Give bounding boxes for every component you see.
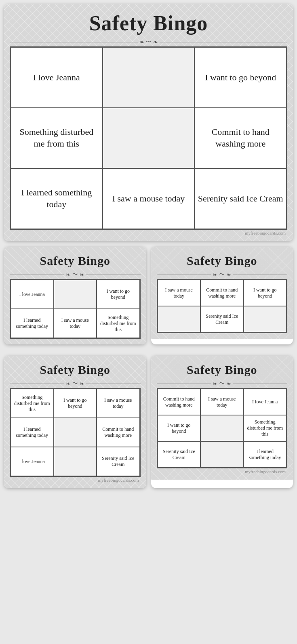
- line-r: [86, 275, 141, 275]
- cell-3: Something disturbed me from this: [11, 108, 103, 168]
- sbl-cell-6: I love Jeanna: [11, 447, 54, 476]
- small-card-top-left: Safety Bingo ❧ 〜 ❧ I love Jeanna I want …: [4, 247, 146, 344]
- cell-8: Serenity said Ice Cream: [194, 168, 286, 229]
- sbr-c1: I saw a mouse today: [203, 396, 241, 408]
- sbr-cell-8: I learned something today: [244, 441, 287, 468]
- str-cell-3: [158, 306, 201, 332]
- str-cell-5: [244, 306, 287, 332]
- cell-7: I saw a mouse today: [103, 168, 195, 229]
- orn1: ❧: [66, 271, 71, 278]
- small-bl-watermark: myfreebingocards.com: [10, 477, 141, 482]
- orn11: 〜: [219, 380, 225, 387]
- orn9: ❧: [80, 380, 84, 387]
- sbr-c5: Something disturbed me from this: [246, 419, 284, 437]
- line-l4: [157, 384, 211, 384]
- cell-0: I love Jeanna: [11, 47, 103, 108]
- sbr-cell-7: [200, 441, 244, 468]
- line-r4: [233, 384, 287, 384]
- main-title-area: Safety Bingo: [10, 7, 287, 38]
- sbl-c8: Serenity said Ice Cream: [99, 455, 137, 468]
- str-cell-0: I saw a mouse today: [158, 280, 201, 306]
- stl-cell-3: I learned something today: [11, 309, 54, 338]
- small-tl-scroll: ❧ 〜 ❧: [10, 271, 141, 278]
- small-cards-bottom-row: Safety Bingo ❧ 〜 ❧ Something disturbed m…: [4, 356, 293, 494]
- sbl-cell-1: I want to go beyond: [54, 389, 97, 418]
- orn3: ❧: [80, 271, 84, 278]
- stl-c0: I love Jeanna: [19, 292, 45, 298]
- line-left: [10, 42, 138, 42]
- cell-5: Commit to hand washing more: [194, 108, 286, 168]
- small-tr-grid: I saw a mouse today Commit to hand washi…: [157, 279, 288, 333]
- stl-cell-2: I want to go beyond: [97, 280, 140, 309]
- scroll-ornament-center: 〜: [146, 38, 152, 46]
- sbr-cell-2: I love Jeanna: [244, 389, 287, 415]
- small-tl-title-area: Safety Bingo: [10, 250, 141, 270]
- cell-6-text: I learned something today: [13, 187, 100, 210]
- small-bl-scroll: ❧ 〜 ❧: [10, 380, 141, 387]
- str-cell-2: I want to go beyond: [244, 280, 287, 306]
- small-bl-title: Safety Bingo: [10, 363, 141, 377]
- str-c1: Commit to hand washing more: [203, 287, 241, 299]
- small-tr-title: Safety Bingo: [157, 254, 288, 268]
- str-c0: I saw a mouse today: [160, 287, 198, 299]
- main-bingo-grid: I love Jeanna I want to go beyond Someth…: [10, 46, 287, 230]
- sbl-cell-4: [54, 418, 97, 447]
- sbr-cell-0: Commit to hand washing more: [158, 389, 201, 415]
- small-br-watermark: myfreebingocards.com: [157, 468, 288, 474]
- line-l3: [10, 384, 64, 384]
- line-l: [10, 275, 64, 275]
- sbr-cell-3: I want to go beyond: [158, 415, 201, 441]
- main-card-title: Safety Bingo: [10, 11, 287, 35]
- sbl-c3: I learned something today: [13, 426, 51, 438]
- sbl-cell-2: I saw a mouse today: [97, 389, 140, 418]
- sbl-cell-3: I learned something today: [11, 418, 54, 447]
- orn5: 〜: [219, 271, 225, 278]
- cell-2-text: I want to go beyond: [205, 72, 276, 84]
- sbl-cell-5: Commit to hand washing more: [97, 418, 140, 447]
- stl-cell-4: I saw a mouse today: [54, 309, 97, 338]
- stl-cell-5: Something disturbed me from this: [97, 309, 140, 338]
- cell-7-text: I saw a mouse today: [112, 193, 185, 205]
- str-cell-4: Serenity said Ice Cream: [200, 306, 244, 332]
- sbl-cell-0: Something disturbed me from this: [11, 389, 54, 418]
- stl-cell-0: I love Jeanna: [11, 280, 54, 309]
- small-tl-title: Safety Bingo: [10, 254, 141, 268]
- orn6: ❧: [226, 271, 231, 278]
- line-right: [160, 42, 288, 42]
- str-c4: Serenity said Ice Cream: [203, 313, 241, 325]
- sbr-cell-5: Something disturbed me from this: [244, 415, 287, 441]
- scroll-ornament-left: ❧: [139, 39, 144, 46]
- cell-5-text: Commit to hand washing more: [197, 126, 284, 149]
- sbl-c5: Commit to hand washing more: [99, 426, 137, 438]
- sbr-c8: I learned something today: [246, 449, 284, 461]
- cell-0-text: I love Jeanna: [33, 72, 80, 84]
- line-r3: [86, 384, 141, 384]
- small-card-bot-right: Safety Bingo ❧ 〜 ❧ Commit to hand washin…: [151, 356, 293, 488]
- cell-4: [103, 108, 195, 168]
- orn7: ❧: [66, 380, 71, 387]
- small-tr-title-area: Safety Bingo: [157, 250, 288, 270]
- sbl-c2: I saw a mouse today: [99, 397, 137, 409]
- main-bingo-card: Safety Bingo ❧ 〜 ❧ I love Jeanna I want …: [4, 4, 293, 241]
- orn2: 〜: [72, 271, 78, 278]
- small-tr-scroll: ❧ 〜 ❧: [157, 271, 288, 278]
- sbr-c0: Commit to hand washing more: [160, 396, 198, 408]
- sbl-cell-7: [54, 447, 97, 476]
- str-c2: I want to go beyond: [246, 287, 284, 299]
- str-cell-1: Commit to hand washing more: [200, 280, 244, 306]
- sbr-cell-4: [200, 415, 244, 441]
- orn4: ❧: [213, 271, 217, 278]
- sbr-c3: I want to go beyond: [160, 422, 198, 434]
- cell-1: [103, 47, 195, 108]
- sbl-c6: I love Jeanna: [19, 459, 45, 465]
- small-br-grid: Commit to hand washing more I saw a mous…: [157, 388, 288, 468]
- stl-c4: I saw a mouse today: [57, 317, 94, 329]
- small-bl-grid: Something disturbed me from this I want …: [10, 388, 141, 477]
- sbr-c2: I love Jeanna: [252, 399, 278, 405]
- stl-c3: I learned something today: [13, 317, 51, 329]
- stl-cell-1: [54, 280, 97, 309]
- sbr-c6: Serenity said Ice Cream: [160, 449, 198, 461]
- orn8: 〜: [72, 380, 78, 387]
- line-r2: [233, 275, 287, 275]
- sbr-cell-6: Serenity said Ice Cream: [158, 441, 201, 468]
